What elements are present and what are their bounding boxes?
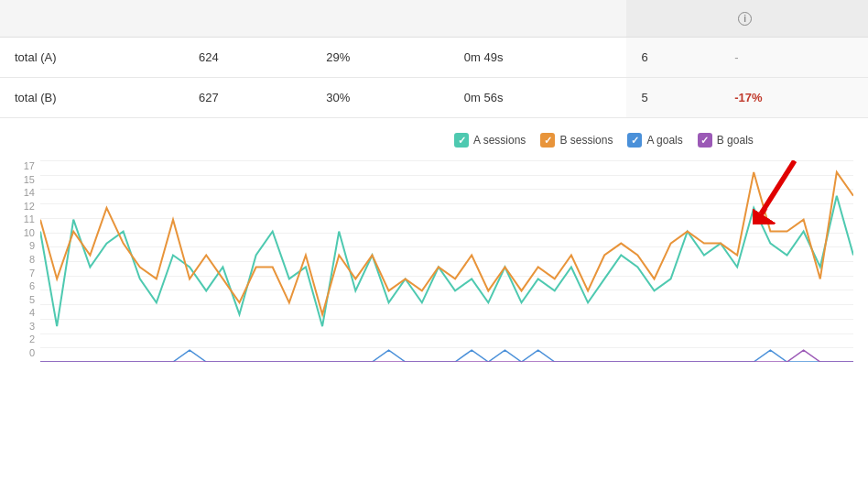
legend-item[interactable]: ✓ A sessions: [454, 133, 526, 148]
chart-area: [40, 160, 853, 362]
legend-label: A sessions: [473, 134, 526, 147]
improvement-info-icon[interactable]: i: [738, 12, 752, 26]
col-header-scrolls: [311, 0, 450, 38]
cell-sessions-count: 624: [184, 38, 311, 78]
cell-goal-url: 5: [626, 78, 720, 118]
col-header-avg-session-time: [450, 0, 627, 38]
legend-label: B sessions: [559, 134, 613, 147]
y-axis: 17 15 14 12 11 10 9 8 7 6 5 4 3 2 0: [15, 160, 40, 362]
table-row: total (B) 627 30% 0m 56s 5 -17%: [0, 78, 868, 118]
cell-improvement: -17%: [720, 78, 868, 118]
chart-legend: ✓ A sessions ✓ B sessions ✓ A goals ✓ B …: [454, 133, 754, 148]
cell-improvement: -: [720, 38, 868, 78]
legend-label: A goals: [646, 134, 682, 147]
cell-sessions-count: 627: [184, 78, 311, 118]
chart-svg: [40, 160, 853, 362]
data-table: i total (A) 624 29% 0m 49s 6 - total (B)…: [0, 0, 868, 118]
table-row: total (A) 624 29% 0m 49s 6 -: [0, 38, 868, 78]
legend-color-box: ✓: [698, 133, 712, 148]
col-header-sessions-count: [184, 0, 311, 38]
cell-goal-url: 6: [626, 38, 720, 78]
col-header-goal-url: [626, 0, 720, 38]
legend-item[interactable]: ✓ B goals: [698, 133, 754, 148]
legend-label: B goals: [717, 134, 754, 147]
cell-variant: total (A): [0, 38, 184, 78]
col-header-variants: [0, 0, 184, 38]
chart-wrapper: 17 15 14 12 11 10 9 8 7 6 5 4 3 2 0: [15, 160, 853, 362]
cell-scrolls: 30%: [311, 78, 450, 118]
col-header-improvement: i: [720, 0, 868, 38]
cell-avg-session-time: 0m 49s: [450, 38, 627, 78]
legend-color-box: ✓: [540, 133, 555, 148]
legend-color-box: ✓: [454, 133, 469, 148]
legend-color-box: ✓: [627, 133, 642, 148]
legend-item[interactable]: ✓ B sessions: [540, 133, 613, 148]
cell-avg-session-time: 0m 56s: [450, 78, 627, 118]
legend-item[interactable]: ✓ A goals: [627, 133, 682, 148]
cell-scrolls: 29%: [311, 38, 450, 78]
chart-section: ✓ A sessions ✓ B sessions ✓ A goals ✓ B …: [0, 118, 868, 369]
cell-variant: total (B): [0, 78, 184, 118]
